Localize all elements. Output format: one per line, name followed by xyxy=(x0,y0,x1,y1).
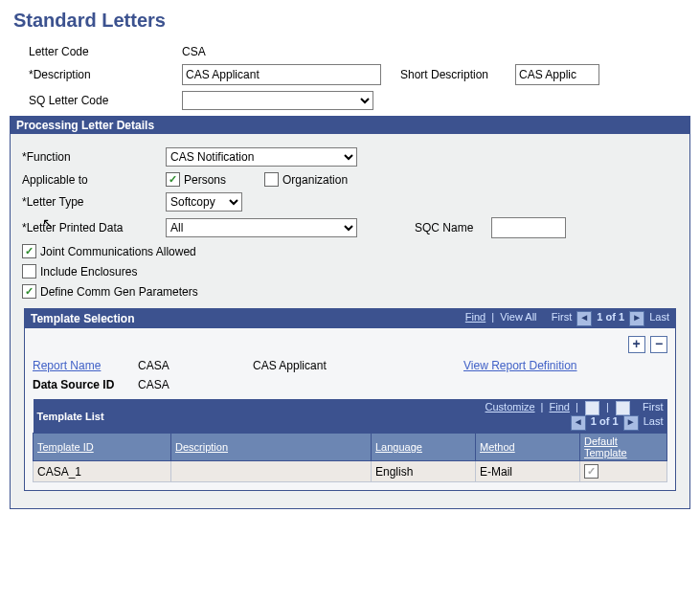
label-include-enclosures: Include Enclosures xyxy=(40,265,137,279)
function-select[interactable]: CAS Notification xyxy=(166,147,357,167)
record-count: 1 of 1 xyxy=(597,311,624,323)
find-link[interactable]: Find xyxy=(465,311,485,323)
label-short-description: Short Description xyxy=(400,68,515,81)
label-joint-comm: Joint Communications Allowed xyxy=(40,245,196,258)
template-list-header: Template List xyxy=(37,411,104,422)
define-comm-checkbox[interactable]: ✓ xyxy=(22,284,36,299)
label-applicable-to: Applicable to xyxy=(18,173,166,187)
value-data-source-id: CASA xyxy=(138,378,169,391)
default-template-checkbox[interactable]: ✓ xyxy=(584,464,598,479)
letter-type-select[interactable]: Softcopy xyxy=(166,192,242,212)
label-data-source-id: Data Source ID xyxy=(33,378,138,391)
label-organization: Organization xyxy=(282,173,348,187)
processing-details-header: Processing Letter Details xyxy=(11,117,689,134)
col-template-id[interactable]: Template ID xyxy=(34,434,171,461)
value-letter-code: CSA xyxy=(172,45,206,58)
customize-link[interactable]: Customize xyxy=(485,401,535,412)
label-letter-printed-data: *Letter Printed Data xyxy=(18,221,166,234)
next-icon[interactable]: ► xyxy=(629,311,644,326)
label-first: First xyxy=(552,311,572,323)
col-language[interactable]: Language xyxy=(372,434,476,461)
view-report-definition-link[interactable]: View Report Definition xyxy=(463,359,577,372)
zoom-icon[interactable] xyxy=(585,401,599,415)
letter-printed-data-select[interactable]: All xyxy=(166,218,357,237)
col-default-template[interactable]: Default Template xyxy=(580,434,667,461)
value-report-name: CASA xyxy=(138,359,253,372)
col-method[interactable]: Method xyxy=(476,434,580,461)
col-description[interactable]: Description xyxy=(171,434,372,461)
label-sqc-letter-code: SQ Letter Code xyxy=(10,94,172,107)
value-report-desc: CAS Applicant xyxy=(253,359,463,372)
label-letter-type: *Letter Type xyxy=(18,195,166,209)
label-persons: Persons xyxy=(184,173,226,187)
label-function: *Function xyxy=(18,150,166,164)
grid-prev-icon[interactable]: ◄ xyxy=(571,415,586,431)
grid-record-count: 1 of 1 xyxy=(591,415,619,427)
cell-template-id: CASA_1 xyxy=(34,461,171,482)
organization-checkbox[interactable] xyxy=(264,172,279,187)
table-row: CASA_1 English E-Mail ✓ xyxy=(34,461,667,482)
label-define-comm: Define Comm Gen Parameters xyxy=(40,285,198,299)
grid-label-last: Last xyxy=(644,415,664,427)
cell-method: E-Mail xyxy=(476,461,580,482)
grid-label-first: First xyxy=(643,401,663,412)
download-icon[interactable] xyxy=(616,401,630,415)
persons-checkbox[interactable]: ✓ xyxy=(166,172,180,187)
short-description-field[interactable] xyxy=(515,64,599,85)
cell-description xyxy=(171,461,372,482)
joint-comm-checkbox[interactable]: ✓ xyxy=(22,244,36,258)
prev-icon[interactable]: ◄ xyxy=(576,311,592,326)
label-letter-code: Letter Code xyxy=(10,45,172,58)
delete-row-button[interactable]: − xyxy=(650,336,667,353)
include-enclosures-checkbox[interactable] xyxy=(22,264,36,279)
label-report-name[interactable]: Report Name xyxy=(33,359,138,372)
page-title: Standard Letters xyxy=(13,10,690,32)
template-selection-header: Template Selection xyxy=(31,312,134,325)
sqc-name-field[interactable] xyxy=(491,217,566,238)
sqc-letter-code-select[interactable] xyxy=(182,91,373,110)
add-row-button[interactable]: + xyxy=(628,336,645,353)
label-last: Last xyxy=(649,311,669,323)
cell-language: English xyxy=(372,461,476,482)
grid-next-icon[interactable]: ► xyxy=(623,415,639,431)
description-field[interactable] xyxy=(182,64,381,85)
grid-find-link[interactable]: Find xyxy=(550,401,570,412)
view-all-link[interactable]: View All xyxy=(500,311,536,323)
label-sqc-name: SQC Name xyxy=(415,221,491,234)
label-description: *Description xyxy=(10,68,172,81)
